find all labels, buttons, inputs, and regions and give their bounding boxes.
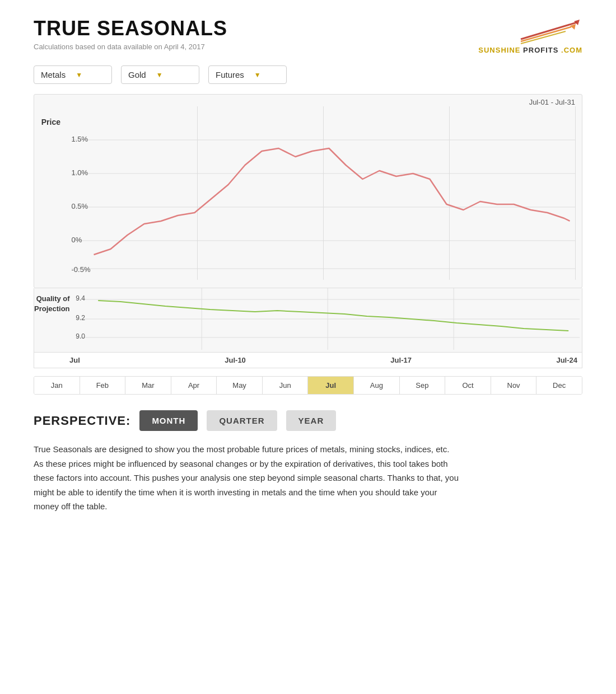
month-tab-jun[interactable]: Jun bbox=[263, 377, 309, 394]
price-chart-svg: 1.5% 1.0% 0.5% 0% -0.5% bbox=[65, 106, 582, 285]
page-title: TRUE SEASONALS bbox=[34, 17, 227, 40]
month-tab-oct[interactable]: Oct bbox=[445, 377, 491, 394]
logo-text: SUNSHINE PROFITS .COM bbox=[478, 46, 582, 54]
svg-text:9.0: 9.0 bbox=[76, 332, 85, 340]
price-y-axis-label: Price bbox=[34, 106, 65, 288]
perspective-month-button[interactable]: MONTH bbox=[139, 410, 198, 431]
x-label-jul10: Jul-10 bbox=[225, 356, 246, 364]
quality-chart-container: Quality ofProjection 9.4 9.2 9.0 bbox=[34, 288, 582, 353]
svg-text:0.5%: 0.5% bbox=[72, 202, 88, 210]
month-tab-apr[interactable]: Apr bbox=[171, 377, 217, 394]
quality-chart-svg: 9.4 9.2 9.0 bbox=[73, 288, 582, 350]
logo-graphic bbox=[515, 17, 582, 45]
perspective-quarter-button[interactable]: QUARTER bbox=[207, 410, 277, 431]
price-chart-svg-wrap: 1.5% 1.0% 0.5% 0% -0.5% bbox=[65, 106, 582, 288]
month-tab-jul[interactable]: Jul bbox=[308, 377, 354, 394]
dropdown-gold[interactable]: Gold ▼ bbox=[121, 65, 199, 84]
perspective-row: PERSPECTIVE: MONTH QUARTER YEAR bbox=[34, 410, 582, 431]
svg-text:1.5%: 1.5% bbox=[72, 135, 88, 143]
description-text: True Seasonals are designed to show you … bbox=[34, 442, 459, 514]
month-tab-may[interactable]: May bbox=[217, 377, 263, 394]
month-tab-jan[interactable]: Jan bbox=[34, 377, 80, 394]
logo-com: .COM bbox=[561, 46, 582, 54]
dropdown-gold-label: Gold bbox=[128, 70, 146, 79]
perspective-year-button[interactable]: YEAR bbox=[286, 410, 337, 431]
header: TRUE SEASONALS Calculations based on dat… bbox=[34, 17, 582, 54]
logo-profits: PROFITS bbox=[523, 46, 558, 54]
month-tab-dec[interactable]: Dec bbox=[536, 377, 582, 394]
subtitle: Calculations based on data available on … bbox=[34, 43, 227, 51]
dropdown-futures[interactable]: Futures ▼ bbox=[208, 65, 287, 84]
month-tab-sep[interactable]: Sep bbox=[400, 377, 446, 394]
month-tabs-row: JanFebMarAprMayJunJulAugSepOctNovDec bbox=[34, 376, 582, 395]
price-chart-area: Jul-01 - Jul-31 Price 1.5% 1.0% 0.5% 0% bbox=[34, 94, 582, 288]
month-tab-aug[interactable]: Aug bbox=[354, 377, 400, 394]
svg-text:1.0%: 1.0% bbox=[72, 168, 88, 177]
dropdown-futures-arrow: ▼ bbox=[254, 71, 261, 79]
dropdown-metals-label: Metals bbox=[41, 70, 66, 79]
x-label-jul17: Jul-17 bbox=[390, 356, 412, 364]
title-block: TRUE SEASONALS Calculations based on dat… bbox=[34, 17, 227, 51]
svg-line-0 bbox=[521, 22, 577, 39]
month-tab-feb[interactable]: Feb bbox=[80, 377, 126, 394]
x-label-jul: Jul bbox=[69, 356, 80, 364]
x-axis-row: Jul Jul-10 Jul-17 Jul-24 bbox=[34, 353, 582, 368]
quality-chart-svg-wrap: 9.4 9.2 9.0 bbox=[73, 288, 582, 352]
x-axis-labels: Jul Jul-10 Jul-17 Jul-24 bbox=[65, 356, 582, 364]
month-tab-mar[interactable]: Mar bbox=[125, 377, 171, 394]
dropdown-gold-arrow: ▼ bbox=[156, 71, 163, 79]
dropdown-metals[interactable]: Metals ▼ bbox=[34, 65, 112, 84]
logo-sunshine: SUNSHINE bbox=[478, 46, 520, 54]
perspective-label: PERSPECTIVE: bbox=[34, 414, 130, 428]
svg-text:-0.5%: -0.5% bbox=[72, 265, 91, 274]
svg-text:9.4: 9.4 bbox=[76, 294, 85, 302]
quality-y-axis-label: Quality ofProjection bbox=[34, 288, 73, 352]
x-axis-spacer bbox=[34, 356, 65, 364]
dropdowns-row: Metals ▼ Gold ▼ Futures ▼ bbox=[34, 65, 582, 84]
month-tab-nov[interactable]: Nov bbox=[491, 377, 537, 394]
dropdown-futures-label: Futures bbox=[216, 70, 244, 79]
logo: SUNSHINE PROFITS .COM bbox=[478, 17, 582, 54]
svg-text:0%: 0% bbox=[72, 236, 82, 244]
dropdown-metals-arrow: ▼ bbox=[76, 71, 82, 79]
x-label-jul24: Jul-24 bbox=[556, 356, 577, 364]
svg-line-1 bbox=[521, 27, 571, 41]
svg-text:9.2: 9.2 bbox=[76, 314, 85, 322]
price-chart-container: Price 1.5% 1.0% 0.5% 0% -0.5% bbox=[34, 106, 582, 288]
quality-y-label-text: Quality ofProjection bbox=[34, 294, 70, 314]
date-range-label: Jul-01 - Jul-31 bbox=[34, 95, 582, 106]
